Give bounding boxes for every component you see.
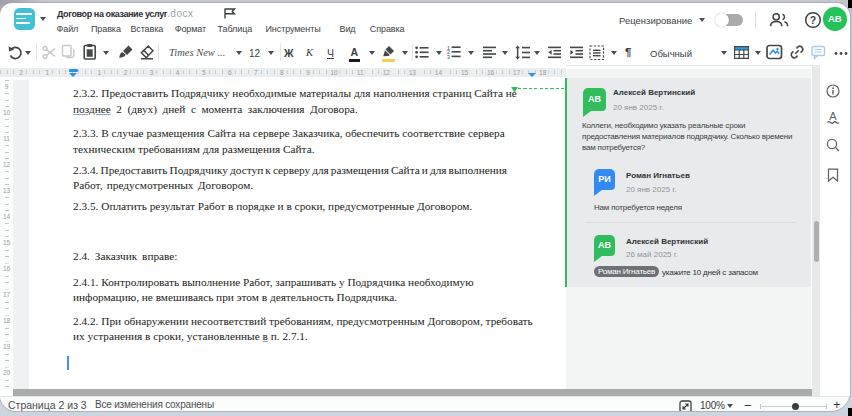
- svg-text:3: 3: [447, 54, 450, 59]
- svg-text:?: ?: [810, 14, 816, 26]
- svg-text:А: А: [829, 110, 837, 122]
